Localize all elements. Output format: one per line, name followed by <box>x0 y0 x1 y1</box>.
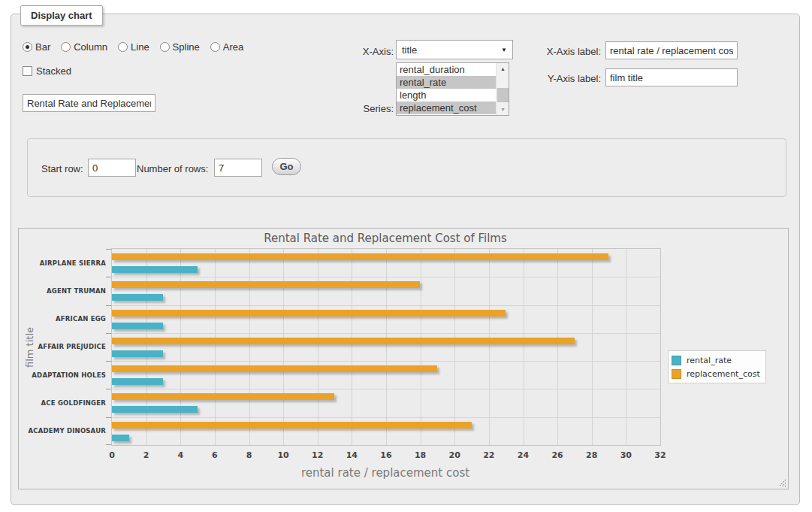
x-tick-label: 18 <box>406 450 436 460</box>
radio-icon[interactable] <box>23 42 32 52</box>
bar-replacement_cost <box>112 393 334 400</box>
gridline <box>489 249 490 445</box>
bar-rental_rate <box>112 266 198 273</box>
gridline <box>180 249 181 445</box>
scrollbar-thumb[interactable] <box>497 88 509 102</box>
x-tick-label: 10 <box>268 450 298 460</box>
gridline <box>352 249 352 445</box>
chart-type-label: Bar <box>35 41 50 53</box>
y-tick-mark <box>106 305 111 306</box>
x-tick-label: 30 <box>611 450 641 460</box>
x-tick-label: 8 <box>234 450 264 460</box>
gridline <box>112 333 660 334</box>
gridline <box>112 389 660 389</box>
series-option-rental_duration[interactable]: rental_duration <box>397 63 496 76</box>
chart-title: Rental Rate and Replacement Cost of Film… <box>111 232 660 245</box>
series-multiselect[interactable]: rental_durationrental_ratelengthreplacem… <box>396 62 509 116</box>
x-tick-label: 26 <box>542 450 572 460</box>
x-tick-label: 32 <box>645 450 675 460</box>
go-button[interactable]: Go <box>272 158 301 175</box>
bar-replacement_cost <box>112 310 506 317</box>
x-tick-label: 20 <box>439 450 469 460</box>
legend-label: replacement_cost <box>687 369 760 379</box>
gridline <box>421 249 421 445</box>
bar-replacement_cost <box>112 338 575 344</box>
y-axis-label-input[interactable] <box>605 68 738 86</box>
chart-legend: rental_ratereplacement_cost <box>668 350 766 383</box>
chart-title-input[interactable] <box>23 94 155 112</box>
resize-grip-icon[interactable] <box>778 479 786 487</box>
gridline <box>112 305 660 306</box>
x-tick-label: 24 <box>509 450 539 460</box>
x-tick-label: 6 <box>200 450 230 460</box>
panel-legend: Display chart <box>20 5 103 26</box>
chart-type-radio-line[interactable]: Line <box>118 41 149 53</box>
legend-item: replacement_cost <box>672 367 760 380</box>
chart-type-radio-column[interactable]: Column <box>61 41 107 53</box>
bar-rental_rate <box>112 294 163 301</box>
chart-type-radio-spline[interactable]: Spline <box>160 41 200 53</box>
y-tick-mark <box>106 249 111 250</box>
page: Display chart BarColumnLineSplineArea St… <box>0 0 812 512</box>
y-tick-mark <box>106 277 111 277</box>
radio-icon[interactable] <box>160 42 170 52</box>
x-axis-select[interactable]: title ▼ <box>396 40 513 59</box>
plot-area: 02468101214161820222426283032AIRPLANE SI… <box>111 248 661 446</box>
y-tick-mark <box>106 333 111 334</box>
y-axis-label-label: Y-Axis label: <box>526 73 601 84</box>
x-tick-label: 16 <box>371 450 401 460</box>
x-tick-label: 2 <box>131 450 161 460</box>
bar-rental_rate <box>112 435 129 441</box>
x-tick-label: 14 <box>337 450 367 460</box>
series-select-label: Series: <box>331 103 394 114</box>
gridline <box>386 249 387 445</box>
stacked-checkbox[interactable] <box>23 66 32 76</box>
gridline <box>215 249 216 445</box>
y-tick-mark <box>106 444 111 445</box>
radio-icon[interactable] <box>118 42 128 52</box>
chart-type-label: Area <box>223 41 243 53</box>
y-axis-title: film title <box>24 327 35 368</box>
number-of-rows-label: Number of rows: <box>137 163 208 174</box>
stacked-row: Stacked <box>23 65 71 77</box>
x-tick-label: 28 <box>577 450 607 460</box>
bar-rental_rate <box>112 378 163 385</box>
series-option-length[interactable]: length <box>397 89 496 101</box>
x-axis-title: rental rate / replacement cost <box>111 466 660 480</box>
x-tick-label: 12 <box>303 450 333 460</box>
radio-icon[interactable] <box>61 42 71 52</box>
bar-replacement_cost <box>112 253 608 260</box>
series-option-rental_rate[interactable]: rental_rate <box>397 76 496 89</box>
start-row-input[interactable] <box>88 159 136 177</box>
scrollbar-down-icon[interactable]: ▼ <box>497 104 509 115</box>
scrollbar-up-icon[interactable]: ▲ <box>497 63 509 74</box>
gridline <box>112 417 660 418</box>
legend-swatch <box>672 356 681 365</box>
x-axis-select-label: X-Axis: <box>331 46 394 57</box>
gridline <box>112 277 660 277</box>
x-axis-label-input[interactable] <box>605 41 738 59</box>
chart-type-radio-bar[interactable]: Bar <box>23 41 50 53</box>
chart-type-label: Line <box>131 41 149 53</box>
x-axis-selected-value: title <box>402 44 417 56</box>
chart-type-radio-group: BarColumnLineSplineArea <box>23 41 254 53</box>
number-of-rows-input[interactable] <box>214 159 262 177</box>
x-tick-label: 22 <box>474 450 504 460</box>
chart-type-label: Column <box>74 41 107 53</box>
radio-icon[interactable] <box>210 42 220 52</box>
gridline <box>249 249 250 445</box>
gridline <box>318 249 318 445</box>
chart-type-radio-area[interactable]: Area <box>210 41 243 53</box>
series-scrollbar[interactable]: ▲ ▼ <box>496 63 509 115</box>
y-category-label: ACE GOLDFINGER <box>16 389 106 417</box>
legend-item: rental_rate <box>672 353 760 367</box>
y-category-label: ACADEMY DINOSAUR <box>16 417 106 445</box>
x-axis-label-label: X-Axis label: <box>526 46 601 57</box>
gridline <box>524 249 524 445</box>
start-row-label: Start row: <box>41 163 83 174</box>
gridline <box>454 249 455 445</box>
series-option-replacement_cost[interactable]: replacement_cost <box>397 101 496 114</box>
gridline <box>626 249 626 445</box>
bar-rental_rate <box>112 323 163 329</box>
y-tick-mark <box>106 417 111 418</box>
